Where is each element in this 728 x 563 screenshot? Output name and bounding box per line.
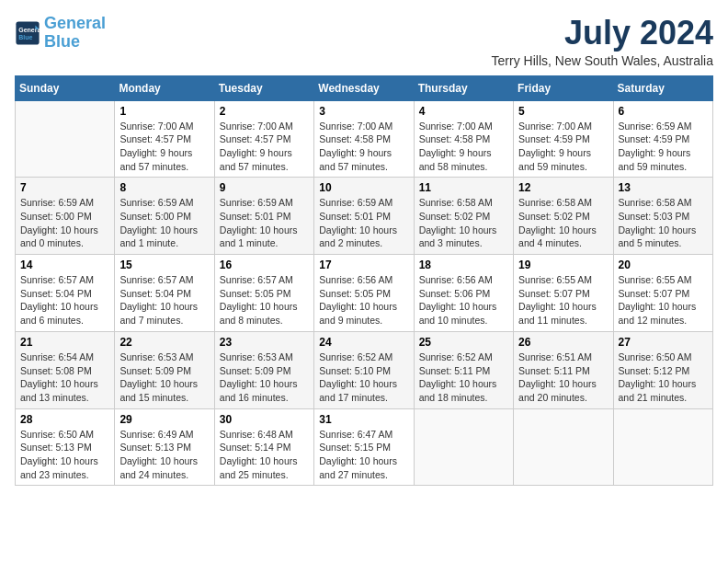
day-info: Sunrise: 6:56 AMSunset: 5:06 PMDaylight:…: [419, 273, 508, 327]
day-info: Sunrise: 6:49 AMSunset: 5:13 PMDaylight:…: [119, 428, 209, 482]
day-info: Sunrise: 6:50 AMSunset: 5:12 PMDaylight:…: [619, 350, 708, 405]
header-tuesday: Tuesday: [214, 75, 313, 100]
calendar-week-4: 28Sunrise: 6:50 AMSunset: 5:13 PMDayligh…: [16, 408, 713, 486]
day-number: 31: [319, 413, 408, 426]
calendar-cell: 31Sunrise: 6:47 AMSunset: 5:15 PMDayligh…: [314, 408, 414, 486]
day-info: Sunrise: 6:59 AMSunset: 5:00 PMDaylight:…: [20, 196, 109, 250]
calendar-cell: 7Sunrise: 6:59 AMSunset: 5:00 PMDaylight…: [16, 178, 115, 255]
header-wednesday: Wednesday: [314, 75, 414, 100]
header-friday: Friday: [514, 75, 613, 100]
day-info: Sunrise: 6:53 AMSunset: 5:09 PMDaylight:…: [119, 350, 209, 405]
day-number: 8: [119, 181, 209, 194]
logo-icon: General Blue: [15, 20, 40, 46]
day-number: 4: [419, 105, 508, 118]
day-info: Sunrise: 7:00 AMSunset: 4:57 PMDaylight:…: [220, 120, 309, 174]
header-monday: Monday: [115, 75, 214, 100]
day-info: Sunrise: 6:59 AMSunset: 5:01 PMDaylight:…: [319, 196, 408, 250]
calendar-cell: 18Sunrise: 6:56 AMSunset: 5:06 PMDayligh…: [414, 255, 513, 332]
calendar-cell: [16, 100, 115, 178]
calendar-cell: 16Sunrise: 6:57 AMSunset: 5:05 PMDayligh…: [214, 255, 313, 332]
day-info: Sunrise: 7:00 AMSunset: 4:58 PMDaylight:…: [319, 120, 408, 174]
logo-line2: Blue: [44, 32, 80, 51]
calendar-cell: 28Sunrise: 6:50 AMSunset: 5:13 PMDayligh…: [16, 408, 115, 486]
day-number: 18: [419, 259, 508, 271]
calendar-cell: 22Sunrise: 6:53 AMSunset: 5:09 PMDayligh…: [115, 331, 214, 408]
svg-text:Blue: Blue: [18, 34, 32, 40]
day-number: 2: [220, 105, 309, 118]
calendar-cell: 5Sunrise: 7:00 AMSunset: 4:59 PMDaylight…: [514, 100, 613, 178]
calendar-cell: 2Sunrise: 7:00 AMSunset: 4:57 PMDaylight…: [214, 100, 313, 178]
day-number: 27: [619, 336, 708, 349]
logo-text: General Blue: [44, 15, 106, 52]
day-number: 10: [319, 181, 408, 194]
day-info: Sunrise: 6:51 AMSunset: 5:11 PMDaylight:…: [518, 350, 608, 405]
day-number: 16: [220, 259, 309, 271]
day-info: Sunrise: 6:56 AMSunset: 5:05 PMDaylight:…: [319, 273, 408, 327]
day-number: 6: [619, 105, 708, 118]
day-number: 15: [119, 259, 209, 271]
day-number: 21: [20, 336, 109, 349]
day-number: 13: [619, 181, 708, 194]
day-info: Sunrise: 6:57 AMSunset: 5:04 PMDaylight:…: [20, 273, 109, 327]
calendar-header-row: Sunday Monday Tuesday Wednesday Thursday…: [16, 75, 713, 100]
day-info: Sunrise: 6:47 AMSunset: 5:15 PMDaylight:…: [319, 428, 408, 482]
day-number: 17: [319, 259, 408, 271]
calendar-cell: 1Sunrise: 7:00 AMSunset: 4:57 PMDaylight…: [115, 100, 214, 178]
day-info: Sunrise: 6:59 AMSunset: 5:01 PMDaylight:…: [220, 196, 309, 250]
day-info: Sunrise: 6:53 AMSunset: 5:09 PMDaylight:…: [220, 350, 309, 405]
calendar-week-3: 21Sunrise: 6:54 AMSunset: 5:08 PMDayligh…: [16, 331, 713, 408]
day-info: Sunrise: 6:55 AMSunset: 5:07 PMDaylight:…: [619, 273, 708, 327]
calendar-week-2: 14Sunrise: 6:57 AMSunset: 5:04 PMDayligh…: [16, 255, 713, 332]
header-sunday: Sunday: [16, 75, 115, 100]
calendar-cell: [414, 408, 513, 486]
calendar-cell: 12Sunrise: 6:58 AMSunset: 5:02 PMDayligh…: [514, 178, 613, 255]
calendar-cell: 9Sunrise: 6:59 AMSunset: 5:01 PMDaylight…: [214, 178, 313, 255]
day-info: Sunrise: 6:52 AMSunset: 5:11 PMDaylight:…: [419, 350, 508, 405]
day-info: Sunrise: 7:00 AMSunset: 4:58 PMDaylight:…: [419, 120, 508, 174]
calendar-cell: 29Sunrise: 6:49 AMSunset: 5:13 PMDayligh…: [115, 408, 214, 486]
calendar-cell: 10Sunrise: 6:59 AMSunset: 5:01 PMDayligh…: [314, 178, 414, 255]
day-info: Sunrise: 6:48 AMSunset: 5:14 PMDaylight:…: [220, 428, 309, 482]
calendar-cell: [613, 408, 712, 486]
day-info: Sunrise: 6:57 AMSunset: 5:05 PMDaylight:…: [220, 273, 309, 327]
calendar-cell: 11Sunrise: 6:58 AMSunset: 5:02 PMDayligh…: [414, 178, 513, 255]
day-number: 11: [419, 181, 508, 194]
title-block: July 2024 Terry Hills, New South Wales, …: [492, 15, 713, 68]
calendar-cell: 27Sunrise: 6:50 AMSunset: 5:12 PMDayligh…: [613, 331, 712, 408]
calendar-cell: 14Sunrise: 6:57 AMSunset: 5:04 PMDayligh…: [16, 255, 115, 332]
day-info: Sunrise: 6:58 AMSunset: 5:02 PMDaylight:…: [419, 196, 508, 250]
day-number: 9: [220, 181, 309, 194]
header-thursday: Thursday: [414, 75, 513, 100]
day-number: 24: [319, 336, 408, 349]
location: Terry Hills, New South Wales, Australia: [492, 53, 713, 68]
day-number: 20: [619, 259, 708, 271]
day-number: 28: [20, 413, 109, 426]
logo: General Blue General Blue: [15, 15, 106, 52]
calendar-cell: 30Sunrise: 6:48 AMSunset: 5:14 PMDayligh…: [214, 408, 313, 486]
calendar-cell: 19Sunrise: 6:55 AMSunset: 5:07 PMDayligh…: [514, 255, 613, 332]
calendar-cell: 23Sunrise: 6:53 AMSunset: 5:09 PMDayligh…: [214, 331, 313, 408]
header-saturday: Saturday: [613, 75, 712, 100]
day-info: Sunrise: 7:00 AMSunset: 4:57 PMDaylight:…: [119, 120, 209, 174]
day-info: Sunrise: 6:52 AMSunset: 5:10 PMDaylight:…: [319, 350, 408, 405]
day-number: 29: [119, 413, 209, 426]
day-info: Sunrise: 6:57 AMSunset: 5:04 PMDaylight:…: [119, 273, 209, 327]
day-number: 1: [119, 105, 209, 118]
calendar-cell: 20Sunrise: 6:55 AMSunset: 5:07 PMDayligh…: [613, 255, 712, 332]
day-number: 5: [518, 105, 608, 118]
calendar-cell: 24Sunrise: 6:52 AMSunset: 5:10 PMDayligh…: [314, 331, 414, 408]
day-number: 3: [319, 105, 408, 118]
calendar-table: Sunday Monday Tuesday Wednesday Thursday…: [15, 75, 713, 487]
calendar-cell: 4Sunrise: 7:00 AMSunset: 4:58 PMDaylight…: [414, 100, 513, 178]
day-number: 22: [119, 336, 209, 349]
day-number: 26: [518, 336, 608, 349]
day-info: Sunrise: 7:00 AMSunset: 4:59 PMDaylight:…: [518, 120, 608, 174]
calendar-cell: 6Sunrise: 6:59 AMSunset: 4:59 PMDaylight…: [613, 100, 712, 178]
day-number: 30: [220, 413, 309, 426]
calendar-cell: 13Sunrise: 6:58 AMSunset: 5:03 PMDayligh…: [613, 178, 712, 255]
calendar-cell: 26Sunrise: 6:51 AMSunset: 5:11 PMDayligh…: [514, 331, 613, 408]
day-info: Sunrise: 6:54 AMSunset: 5:08 PMDaylight:…: [20, 350, 109, 405]
day-number: 7: [20, 181, 109, 194]
calendar-week-1: 7Sunrise: 6:59 AMSunset: 5:00 PMDaylight…: [16, 178, 713, 255]
calendar-week-0: 1Sunrise: 7:00 AMSunset: 4:57 PMDaylight…: [16, 100, 713, 178]
